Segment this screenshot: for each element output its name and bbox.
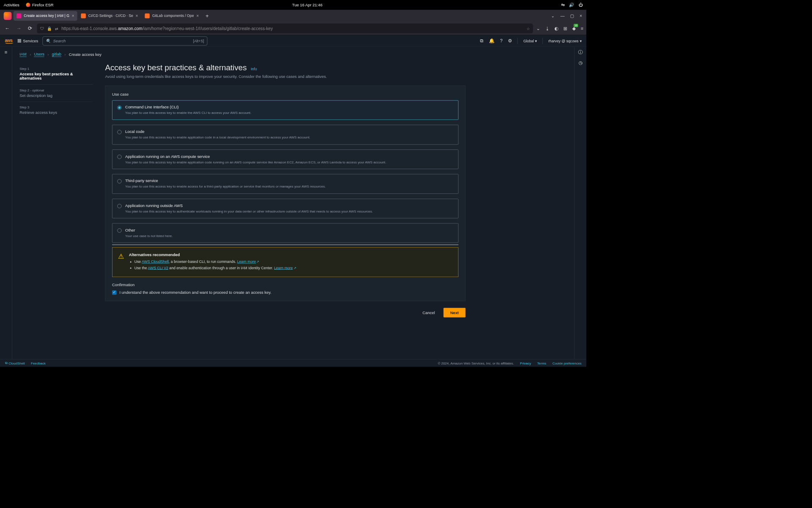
radio-dot-icon: [117, 130, 121, 134]
confirmation-checkbox[interactable]: ✓ I understand the above recommendation …: [112, 290, 458, 295]
learn-more-link[interactable]: Learn more: [274, 266, 293, 270]
shield-icon[interactable]: 🛡: [40, 26, 44, 31]
page-title: Access key best practices & alternatives…: [105, 63, 465, 72]
aws-footer: ⧉CloudShell Feedback © 2024, Amazon Web …: [0, 359, 587, 367]
radio-outside-aws[interactable]: Application running outside AWSYou plan …: [112, 199, 458, 218]
aws-logo[interactable]: aws: [5, 38, 14, 44]
chevron-right-icon: ›: [64, 52, 66, 57]
learn-more-link[interactable]: Learn more: [237, 260, 256, 264]
permissions-icon[interactable]: ⇄: [55, 26, 58, 31]
cloudshell-icon[interactable]: ⧉: [480, 38, 483, 44]
url-bar[interactable]: 🛡 🔒 ⇄ https://us-east-1.console.aws.amaz…: [37, 24, 533, 33]
browser-tab-bar: Create access key | IAM | G × CI/CD Sett…: [0, 10, 587, 22]
cancel-button[interactable]: Cancel: [418, 308, 439, 318]
tab-2[interactable]: CI/CD Settings · CI/CD · Se ×: [78, 11, 141, 21]
settings-icon[interactable]: ⚙: [508, 38, 512, 44]
close-tab-icon[interactable]: ×: [196, 14, 199, 19]
account-menu[interactable]: rharvey @ sqcows ▾: [548, 39, 582, 43]
gnome-top-bar: Activities Firefox ESR Tue 16 Apr 21:46 …: [0, 0, 587, 10]
alternatives-alert: ⚠ Alternatives recommended Use AWS Cloud…: [112, 248, 458, 277]
gitlab-favicon: [145, 14, 150, 19]
close-tab-icon[interactable]: ×: [72, 14, 74, 19]
forward-button: →: [15, 26, 23, 31]
power-icon[interactable]: ⏻: [579, 3, 583, 8]
menu-icon[interactable]: ≡: [581, 26, 583, 31]
privacy-link[interactable]: Privacy: [520, 361, 531, 365]
services-menu[interactable]: Services: [18, 39, 38, 43]
radio-cli[interactable]: Command Line Interface (CLI) You plan to…: [112, 100, 458, 120]
breadcrumb-users[interactable]: Users: [34, 52, 45, 57]
bookmark-icon[interactable]: ☆: [527, 26, 530, 31]
confirmation-label: Confirmation: [112, 283, 458, 287]
alert-bullet-2: Use the AWS CLI V2 and enable authentica…: [134, 266, 296, 270]
new-tab-button[interactable]: +: [203, 13, 212, 19]
clock[interactable]: Tue 16 Apr 21:46: [54, 3, 561, 7]
reload-button[interactable]: ⟳: [26, 25, 34, 31]
cloudshell-footer-link[interactable]: ⧉CloudShell: [5, 361, 25, 365]
external-link-icon: ↗: [294, 266, 296, 270]
activities-button[interactable]: Activities: [4, 3, 19, 7]
wifi-icon[interactable]: ⇆: [561, 3, 565, 8]
search-icon: 🔍: [46, 39, 51, 43]
radio-dot-icon: [117, 228, 121, 232]
lock-icon[interactable]: 🔒: [47, 26, 52, 31]
nav-toggle[interactable]: ≡: [0, 47, 12, 359]
tabs-dropdown-icon[interactable]: ⌄: [551, 14, 555, 19]
step-2[interactable]: Step 2 - optional Set description tag: [19, 85, 93, 102]
radio-local-code[interactable]: Local codeYou plan to use this access ke…: [112, 125, 458, 145]
radio-compute-service[interactable]: Application running on an AWS compute se…: [112, 149, 458, 169]
info-link[interactable]: Info: [251, 67, 257, 71]
help-icon[interactable]: ?: [500, 38, 502, 43]
chevron-right-icon: ›: [30, 52, 31, 57]
wizard-steps: Step 1 Access key best practices & alter…: [19, 63, 93, 318]
info-panel-icon[interactable]: ⓘ: [578, 50, 583, 55]
usecase-card: Use case Command Line Interface (CLI) Yo…: [105, 86, 465, 301]
cloudshell-icon: ⧉: [5, 361, 8, 365]
radio-other[interactable]: OtherYour use case is not listed here.: [112, 223, 458, 243]
volume-icon[interactable]: 🔊: [569, 3, 574, 8]
tab-1[interactable]: Create access key | IAM | G ×: [14, 11, 77, 21]
url-text: https://us-east-1.console.aws.amazon.com…: [61, 26, 523, 31]
step-1[interactable]: Step 1 Access key best practices & alter…: [19, 63, 93, 85]
step-3[interactable]: Step 3 Retrieve access keys: [19, 102, 93, 119]
account-icon[interactable]: ◐: [554, 26, 558, 31]
next-button[interactable]: Next: [443, 308, 465, 318]
close-window-button[interactable]: ×: [580, 14, 582, 19]
usecase-heading: Use case: [112, 92, 458, 97]
radio-third-party[interactable]: Third-party serviceYou plan to use this …: [112, 174, 458, 194]
minimize-button[interactable]: —: [560, 14, 565, 19]
cookie-prefs-link[interactable]: Cookie preferences: [552, 361, 582, 365]
right-rail: ⓘ ◷: [574, 47, 587, 359]
extensions-icon[interactable]: ⊞: [563, 26, 567, 31]
firefox-icon: [26, 3, 30, 7]
pocket-icon[interactable]: ⌄: [536, 26, 540, 31]
active-app[interactable]: Firefox ESR: [26, 3, 54, 7]
aws-search-input[interactable]: 🔍 Search [Alt+S]: [42, 36, 207, 46]
copyright: © 2024, Amazon Web Services, Inc. or its…: [438, 361, 514, 365]
downloads-icon[interactable]: ⭳: [545, 26, 550, 31]
feedback-link[interactable]: Feedback: [31, 361, 46, 365]
grid-icon: [18, 39, 21, 42]
addon-icon[interactable]: ◆: [572, 26, 576, 31]
gitlab-favicon: [81, 14, 86, 19]
region-selector[interactable]: Global ▾: [523, 39, 537, 43]
cli-v2-link[interactable]: AWS CLI V2: [148, 266, 168, 270]
alert-bullet-1: Use AWS CloudShell, a browser-based CLI,…: [134, 260, 296, 264]
history-icon[interactable]: ◷: [579, 60, 582, 66]
breadcrumb-iam[interactable]: IAM: [19, 52, 27, 57]
notifications-icon[interactable]: 🔔: [489, 38, 495, 44]
tab-3[interactable]: GitLab components / Ope ×: [142, 11, 202, 21]
aws-header: aws Services 🔍 Search [Alt+S] ⧉ 🔔 ? ⚙ Gl…: [0, 35, 587, 47]
checkbox-icon: ✓: [112, 290, 116, 295]
browser-toolbar: ← → ⟳ 🛡 🔒 ⇄ https://us-east-1.console.aw…: [0, 22, 587, 35]
back-button[interactable]: ←: [3, 26, 11, 31]
cloudshell-link[interactable]: AWS CloudShell: [142, 260, 169, 264]
radio-dot-icon: [117, 179, 121, 183]
firefox-app-icon: [4, 12, 12, 20]
maximize-button[interactable]: ▢: [570, 14, 574, 19]
close-tab-icon[interactable]: ×: [136, 14, 138, 19]
page-subtitle: Avoid using long-term credentials like a…: [105, 74, 465, 79]
breadcrumb-gitlab[interactable]: gitlab: [52, 52, 61, 57]
chevron-right-icon: ›: [47, 52, 49, 57]
terms-link[interactable]: Terms: [537, 361, 546, 365]
